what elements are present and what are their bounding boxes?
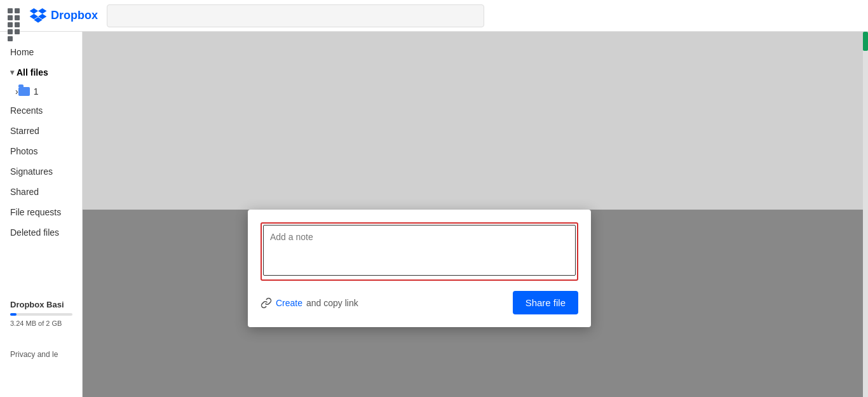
sidebar-item-home[interactable]: Home	[0, 42, 82, 62]
scrollbar[interactable]	[863, 32, 868, 397]
sidebar-item-shared[interactable]: Shared	[0, 182, 82, 202]
sidebar-item-recents[interactable]: Recents	[0, 100, 82, 121]
search-input[interactable]	[107, 4, 484, 27]
sidebar-item-photos[interactable]: Photos	[0, 141, 82, 161]
sidebar-item-label: Shared	[10, 187, 39, 197]
top-bar: Dropbox	[0, 0, 868, 32]
note-textarea[interactable]	[263, 225, 576, 276]
sidebar-item-signatures[interactable]: Signatures	[0, 161, 82, 182]
storage-info: Dropbox Basi 3.24 MB of 2 GB	[0, 293, 83, 333]
create-link-anchor[interactable]: Create	[276, 298, 302, 308]
sidebar-item-label: 1	[34, 86, 39, 97]
privacy-link[interactable]: Privacy and le	[0, 350, 83, 359]
storage-used-text: 3.24 MB of 2 GB	[10, 320, 72, 327]
dialog-footer: Create and copy link Share file	[261, 291, 578, 314]
sidebar: Home ▾ All files › 1 Recents Starred Pho…	[0, 32, 83, 397]
storage-bar-fill	[10, 313, 17, 316]
note-textarea-wrapper	[261, 222, 578, 281]
share-dialog: Create and copy link Share file	[248, 210, 591, 327]
create-link-section: Create and copy link	[261, 297, 358, 309]
background-top	[83, 32, 868, 210]
sidebar-item-folder-1[interactable]: › 1	[0, 83, 82, 100]
privacy-link-label: Privacy and le	[10, 350, 58, 359]
scrollbar-thumb[interactable]	[863, 32, 868, 51]
main-content: Create and copy link Share file	[83, 32, 868, 397]
share-file-button[interactable]: Share file	[513, 291, 578, 314]
sidebar-item-label: Deleted files	[10, 227, 59, 238]
folder-icon	[18, 87, 30, 96]
storage-bar	[10, 313, 72, 316]
sidebar-item-label: Photos	[10, 146, 38, 156]
dropbox-logo: Dropbox	[29, 8, 98, 24]
sidebar-item-label: Signatures	[10, 166, 53, 177]
storage-plan-name: Dropbox Basi	[10, 300, 72, 309]
create-link-suffix: and copy link	[306, 298, 358, 308]
chevron-icon: ›	[15, 86, 18, 97]
sidebar-item-all-files[interactable]: ▾ All files	[0, 62, 82, 83]
dropbox-logo-svg	[29, 8, 47, 24]
sidebar-item-label: All files	[17, 67, 48, 77]
sidebar-item-label: Recents	[10, 105, 43, 116]
sidebar-item-label: Starred	[10, 126, 39, 136]
grid-menu-icon[interactable]	[8, 8, 23, 24]
app-name: Dropbox	[51, 9, 98, 22]
sidebar-item-label: Home	[10, 47, 34, 57]
link-icon	[261, 297, 272, 309]
sidebar-item-deleted-files[interactable]: Deleted files	[0, 222, 82, 243]
sidebar-item-file-requests[interactable]: File requests	[0, 202, 82, 222]
sidebar-item-starred[interactable]: Starred	[0, 121, 82, 141]
chevron-icon: ▾	[10, 68, 14, 77]
sidebar-item-label: File requests	[10, 207, 61, 217]
